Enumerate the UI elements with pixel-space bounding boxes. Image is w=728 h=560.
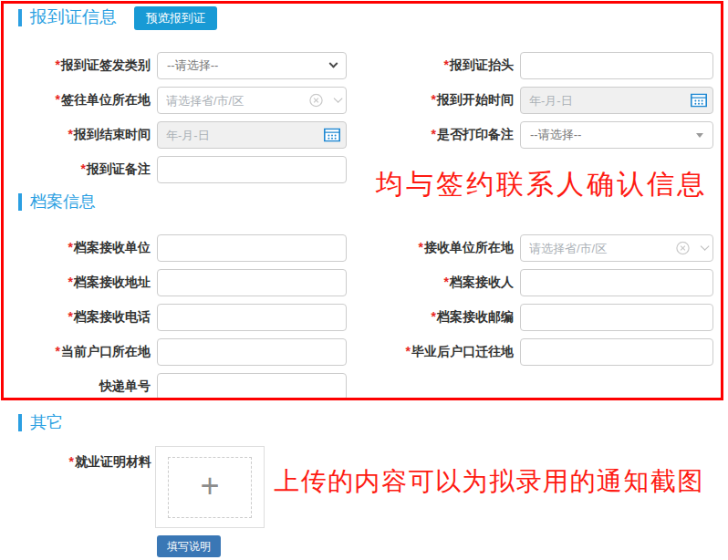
required-mark: * (432, 92, 436, 107)
field-label: *报到开始时间 (365, 92, 520, 109)
field-archive-receiver: *档案接收人 (365, 269, 713, 296)
section-title-other: 其它 (30, 411, 63, 433)
field-label: *报到证抬头 (365, 57, 520, 74)
archive-zip-input[interactable] (520, 304, 713, 331)
cert-title-input[interactable] (520, 52, 713, 79)
section-bar (18, 9, 22, 26)
upload-dashed-area[interactable]: + (168, 457, 252, 518)
section-header-other: 其它 (18, 411, 63, 433)
field-start-time: *报到开始时间 (365, 87, 713, 114)
field-cert-title: *报到证抬头 (365, 52, 713, 79)
field-express-no: 快递单号 (0, 373, 347, 400)
section-title-certificate: 报到证信息 (30, 5, 117, 29)
required-mark: * (56, 344, 60, 358)
field-label: *签往单位所在地 (0, 92, 157, 109)
required-mark: * (406, 344, 411, 358)
field-label: *报到证签发类别 (0, 57, 157, 74)
field-label: *档案接收单位 (0, 240, 157, 256)
field-label: *报到结束时间 (0, 127, 157, 143)
current-hukou-input[interactable] (157, 338, 347, 366)
required-mark: * (69, 454, 74, 469)
field-archive-region: *接收单位所在地 (365, 234, 713, 262)
required-mark: * (444, 275, 449, 289)
field-label: *档案接收邮编 (365, 309, 520, 326)
field-unit-region: *签往单位所在地 (0, 87, 347, 114)
annotation-confirm-info: 均与签约联系人确认信息 (376, 166, 707, 203)
field-archive-phone: *档案接收电话 (0, 304, 347, 331)
required-mark: * (419, 240, 423, 254)
required-mark: * (56, 92, 60, 107)
required-mark: * (68, 127, 73, 141)
archive-receiver-input[interactable] (520, 269, 713, 296)
field-label: *档案接收电话 (0, 309, 157, 326)
required-mark: * (432, 309, 436, 324)
section-title-archive: 档案信息 (30, 191, 96, 213)
archive-unit-input[interactable] (157, 234, 347, 262)
required-mark: * (56, 57, 60, 72)
section-bar (18, 193, 22, 211)
section-header-archive: 档案信息 (18, 191, 96, 213)
field-current-hukou: *当前户口所在地 (0, 338, 347, 366)
field-label: *接收单位所在地 (365, 240, 520, 256)
clear-circle-x-icon[interactable] (309, 94, 323, 108)
archive-phone-input[interactable] (157, 304, 347, 331)
grad-hukou-input[interactable] (520, 338, 713, 366)
select-value: --请选择-- (167, 57, 330, 74)
field-label: *毕业后户口迁往地 (365, 344, 520, 360)
field-label: *报到证备注 (0, 161, 157, 178)
preview-certificate-button[interactable]: 预览报到证 (134, 6, 217, 30)
clear-circle-x-icon[interactable] (676, 242, 690, 255)
cert-note-input[interactable] (157, 156, 347, 183)
field-archive-addr: *档案接收地址 (0, 269, 347, 296)
express-no-input[interactable] (157, 373, 347, 400)
field-cert-note: *报到证备注 (0, 156, 347, 183)
start-time-input[interactable] (520, 87, 713, 114)
employment-proof-upload[interactable]: + (155, 446, 265, 528)
fill-note-button[interactable]: 填写说明 (157, 535, 221, 557)
archive-addr-input[interactable] (157, 269, 347, 296)
section-header-certificate: 报到证信息 (18, 5, 117, 29)
chevron-down-icon[interactable] (700, 245, 706, 252)
required-mark: * (68, 240, 73, 254)
end-time-input[interactable] (157, 121, 347, 149)
field-issue-type: *报到证签发类别 --请选择-- (0, 52, 347, 79)
chevron-down-icon (329, 58, 338, 67)
required-mark: * (444, 57, 449, 72)
field-label: *当前户口所在地 (0, 344, 157, 360)
chevron-down-icon[interactable] (333, 98, 339, 104)
section-bar (18, 414, 22, 431)
required-mark: * (68, 309, 73, 324)
field-label: *是否打印备注 (365, 127, 520, 143)
required-mark: * (81, 161, 86, 176)
field-print-note: *是否打印备注 --请选择-- (365, 121, 713, 149)
field-employment-proof-label: *就业证明材料 (0, 454, 151, 471)
select-value: --请选择-- (530, 127, 696, 143)
field-archive-zip: *档案接收邮编 (365, 304, 713, 331)
calendar-icon[interactable] (324, 129, 340, 142)
print-note-select[interactable]: --请选择-- (520, 121, 713, 149)
annotation-upload-hint: 上传的内容可以为拟录用的通知截图 (274, 464, 704, 499)
calendar-icon[interactable] (691, 94, 707, 108)
field-label: 快递单号 (0, 379, 157, 395)
field-archive-unit: *档案接收单位 (0, 234, 347, 262)
required-mark: * (432, 127, 436, 141)
plus-icon: + (200, 470, 219, 503)
required-mark: * (68, 275, 73, 289)
field-grad-hukou: *毕业后户口迁往地 (365, 338, 713, 366)
field-end-time: *报到结束时间 (0, 121, 347, 149)
field-label: *档案接收地址 (0, 275, 157, 291)
triangle-down-icon (696, 133, 703, 138)
issue-type-select[interactable]: --请选择-- (157, 52, 347, 79)
field-label: *档案接收人 (365, 275, 520, 291)
